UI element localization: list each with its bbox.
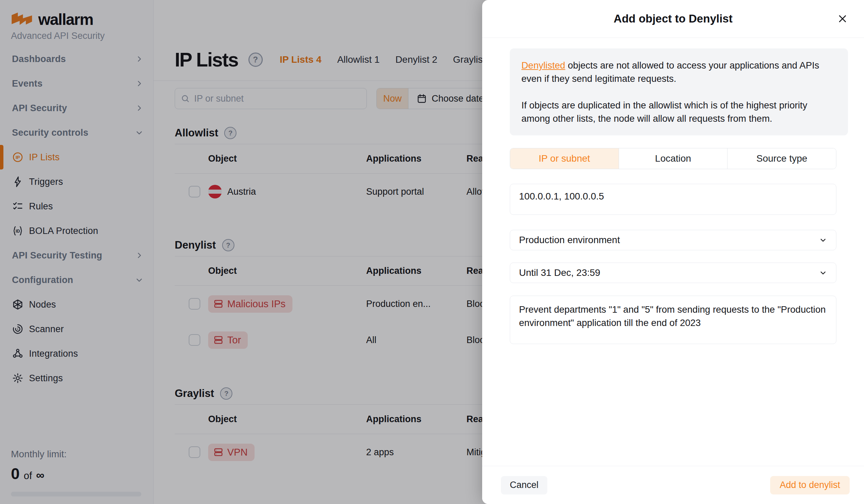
- object-type-tabs: IP or subnetLocationSource type: [510, 148, 836, 169]
- chevron-down-icon: [819, 236, 827, 244]
- add-to-denylist-button[interactable]: Add to denylist: [770, 476, 850, 494]
- reason-textarea[interactable]: Prevent departments "1" and "5" from sen…: [510, 296, 836, 344]
- info-paragraph: Denylisted objects are not allowed to ac…: [521, 59, 836, 85]
- ip-or-subnet-input[interactable]: 100.0.0.1, 100.0.0.5: [510, 184, 836, 215]
- denylist-info-box: Denylisted objects are not allowed to ac…: [510, 48, 848, 135]
- cancel-button[interactable]: Cancel: [501, 476, 547, 494]
- application-select[interactable]: Production environment: [510, 230, 836, 250]
- application-select-value: Production environment: [519, 235, 620, 246]
- app-root: wallarm Advanced API Security Dashboards…: [0, 0, 864, 504]
- add-to-denylist-modal: Add object to Denylist Denylisted object…: [482, 0, 864, 504]
- modal-tab-location[interactable]: Location: [619, 148, 728, 169]
- modal-tab-source-type[interactable]: Source type: [727, 148, 836, 169]
- modal-tab-ip-or-subnet[interactable]: IP or subnet: [510, 148, 619, 169]
- modal-title: Add object to Denylist: [613, 12, 732, 25]
- expiry-select[interactable]: Until 31 Dec, 23:59: [510, 262, 836, 283]
- close-icon[interactable]: [836, 12, 849, 25]
- denylisted-link[interactable]: Denylisted: [521, 60, 565, 71]
- info-note: If objects are duplicated in the allowli…: [521, 99, 836, 125]
- chevron-down-icon: [819, 269, 827, 277]
- modal-footer: Cancel Add to denylist: [482, 466, 864, 504]
- modal-header: Add object to Denylist: [482, 0, 864, 38]
- info-text: objects are not allowed to access your a…: [521, 60, 819, 84]
- expiry-select-value: Until 31 Dec, 23:59: [519, 267, 600, 278]
